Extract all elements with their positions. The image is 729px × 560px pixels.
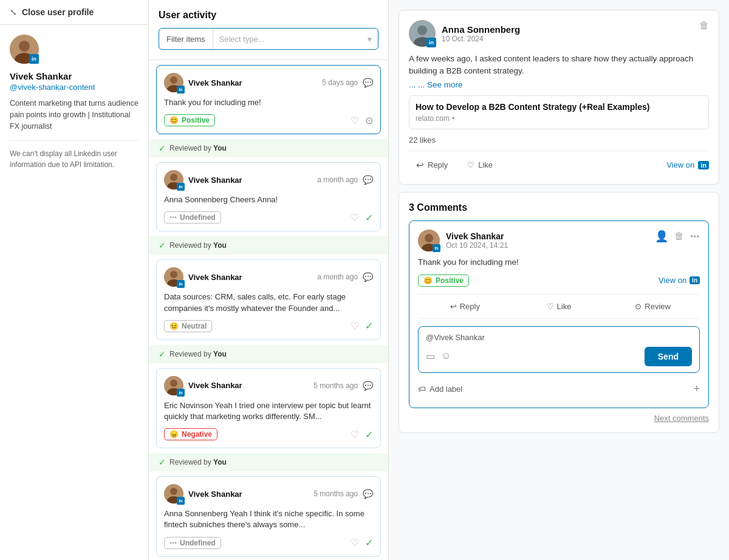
reviewed-check-icon: ✓ bbox=[159, 143, 166, 153]
sentiment-badge-undefined: ⋯ Undefined bbox=[164, 537, 221, 549]
reply-icon: ↩ bbox=[416, 160, 424, 171]
post-date: 10 Oct. 2024 bbox=[442, 35, 520, 43]
reviewed-text: Reviewed by You bbox=[169, 241, 227, 250]
like-icon[interactable]: ♡ bbox=[351, 537, 359, 548]
activity-card[interactable]: in Vivek Shankar a month ago 💬 Data sour… bbox=[156, 259, 381, 340]
send-reply-button[interactable]: Send bbox=[645, 347, 692, 366]
filter-bar[interactable]: Filter items Select type... ▾ bbox=[159, 28, 378, 50]
sentiment-badge-undefined: ⋯ Undefined bbox=[164, 211, 221, 224]
comments-section: 3 Comments in bbox=[399, 192, 719, 433]
profile-handle[interactable]: @vivek-shankar-content bbox=[10, 83, 139, 92]
activity-item-1: in Vivek Shankar 5 days ago 💬 Thank you … bbox=[149, 65, 388, 134]
emoji-icon[interactable]: ☺ bbox=[441, 350, 451, 362]
comment-datetime: Oct 10 2024, 14:21 bbox=[446, 241, 508, 250]
like-icon[interactable]: ♡ bbox=[351, 320, 359, 332]
sentiment-badge-neutral: 😐 Neutral bbox=[164, 320, 212, 332]
card-avatar: in bbox=[164, 170, 183, 190]
sentiment-badge-positive: 😊 Positive bbox=[164, 114, 215, 126]
more-options-icon[interactable]: ••• bbox=[690, 232, 700, 241]
comment-like-button[interactable]: ♡ Like bbox=[512, 299, 606, 313]
like-label: Like bbox=[478, 160, 493, 169]
check-complete-icon[interactable]: ✓ bbox=[365, 212, 373, 224]
card-content: Anna Sonnenberg Yeah I think it's niche … bbox=[164, 508, 373, 530]
avatar: in bbox=[10, 35, 39, 64]
comment-author-name: Vivek Shankar bbox=[446, 231, 508, 241]
next-comments-area: Next comments bbox=[409, 408, 709, 423]
post-link-preview: How to Develop a B2B Content Strategy (+… bbox=[409, 95, 709, 129]
reviewed-check-icon: ✓ bbox=[159, 349, 166, 359]
activity-card[interactable]: in Vivek Shankar a month ago 💬 Anna Sonn… bbox=[156, 162, 381, 231]
post-linkedin-badge: in bbox=[426, 38, 436, 47]
post-card: in Anna Sonnenberg 10 Oct. 2024 🗑 A few … bbox=[399, 10, 719, 185]
add-label-plus-icon[interactable]: + bbox=[693, 383, 700, 395]
card-content: Thank you for including me! bbox=[164, 97, 373, 108]
like-icon: ♡ bbox=[467, 160, 474, 169]
activity-card[interactable]: in Vivek Shankar 5 months ago 💬 Anna Son… bbox=[156, 476, 381, 556]
undefined-icon: ⋯ bbox=[169, 539, 177, 547]
add-label-text-label: Add label bbox=[430, 384, 462, 394]
comment-review-button[interactable]: ⊙ Review bbox=[606, 299, 700, 313]
add-user-icon[interactable]: 👤 bbox=[655, 230, 668, 243]
sentiment-label: Negative bbox=[182, 430, 212, 439]
check-complete-icon[interactable]: ✓ bbox=[365, 320, 373, 332]
add-label-row: 🏷 Add label + bbox=[418, 379, 700, 399]
svg-point-16 bbox=[170, 488, 177, 495]
activity-card[interactable]: in Vivek Shankar 5 days ago 💬 Thank you … bbox=[156, 65, 381, 134]
svg-point-4 bbox=[170, 77, 177, 84]
sentiment-label: Undefined bbox=[180, 213, 216, 222]
reply-icon: ↩ bbox=[450, 302, 457, 311]
close-profile-button[interactable]: ⤡ Close user profile bbox=[0, 0, 148, 25]
card-linkedin-badge: in bbox=[177, 389, 185, 397]
post-body: A few weeks ago, I asked content leaders… bbox=[409, 53, 709, 78]
activity-item-4: in Vivek Shankar 5 months ago 💬 Eric Nov… bbox=[149, 368, 388, 448]
svg-point-22 bbox=[425, 234, 433, 242]
post-link-dot: • bbox=[452, 114, 454, 123]
filter-placeholder: Select type... bbox=[219, 35, 265, 44]
profile-name: Vivek Shankar bbox=[10, 71, 139, 81]
reviewed-banner: ✓ Reviewed by You bbox=[149, 236, 388, 254]
reviewed-banner: ✓ Reviewed by You bbox=[149, 139, 388, 157]
reviewed-check-icon: ✓ bbox=[159, 241, 166, 250]
reply-input-area[interactable]: @Vivek Shankar ▭ ☺ Send bbox=[418, 326, 700, 373]
card-content: Eric Novinson Yeah I tried one interview… bbox=[164, 400, 373, 422]
message-icon: 💬 bbox=[363, 78, 373, 87]
view-on-linkedin-link[interactable]: View on in bbox=[666, 156, 709, 174]
reply-label: Reply bbox=[460, 302, 480, 311]
delete-post-icon[interactable]: 🗑 bbox=[699, 20, 709, 31]
review-label: Review bbox=[645, 302, 671, 311]
like-icon[interactable]: ♡ bbox=[351, 212, 359, 224]
comment-reply-button[interactable]: ↩ Reply bbox=[418, 299, 512, 313]
activity-header: User activity Filter items Select type..… bbox=[149, 0, 388, 60]
message-square-icon[interactable]: ▭ bbox=[426, 350, 435, 362]
card-username: Vivek Shankar bbox=[188, 490, 242, 499]
comment-view-on-linkedin[interactable]: View on in bbox=[659, 276, 700, 285]
card-avatar: in bbox=[164, 267, 183, 287]
post-author-name: Anna Sonnenberg bbox=[442, 24, 520, 35]
delete-comment-icon[interactable]: 🗑 bbox=[674, 231, 684, 242]
collapse-icon: ⤡ bbox=[10, 7, 17, 17]
check-complete-icon[interactable]: ✓ bbox=[365, 429, 373, 440]
filter-select[interactable]: Select type... ▾ bbox=[213, 35, 378, 44]
comment-sentiment-label: Positive bbox=[436, 276, 464, 285]
like-button[interactable]: ♡ Like bbox=[460, 156, 500, 174]
add-label-button[interactable]: 🏷 Add label bbox=[418, 384, 462, 394]
post-link-title: How to Develop a B2B Content Strategy (+… bbox=[416, 102, 702, 112]
linkedin-logo: in bbox=[698, 161, 709, 169]
next-comments-link[interactable]: Next comments bbox=[654, 414, 709, 423]
neutral-icon: 😐 bbox=[169, 322, 179, 330]
like-icon[interactable]: ♡ bbox=[351, 429, 359, 440]
check-complete-icon[interactable]: ✓ bbox=[365, 537, 373, 548]
reply-button[interactable]: ↩ Reply bbox=[409, 156, 455, 174]
activity-card[interactable]: in Vivek Shankar 5 months ago 💬 Eric Nov… bbox=[156, 368, 381, 448]
activity-item-3: in Vivek Shankar a month ago 💬 Data sour… bbox=[149, 259, 388, 340]
comment-sentiment-badge: 😊 Positive bbox=[418, 275, 469, 287]
like-icon[interactable]: ♡ bbox=[351, 115, 359, 126]
sentiment-label: Undefined bbox=[180, 539, 216, 547]
activity-title: User activity bbox=[159, 10, 378, 21]
reply-mention: @Vivek Shankar bbox=[426, 333, 692, 342]
api-notice: We can't display all Linkedin user infor… bbox=[10, 140, 139, 170]
check-icon[interactable]: ⊙ bbox=[365, 115, 373, 126]
see-more-link[interactable]: ... See more bbox=[418, 80, 463, 89]
user-activity-panel: User activity Filter items Select type..… bbox=[149, 0, 389, 560]
like-icon: ♡ bbox=[547, 302, 554, 311]
